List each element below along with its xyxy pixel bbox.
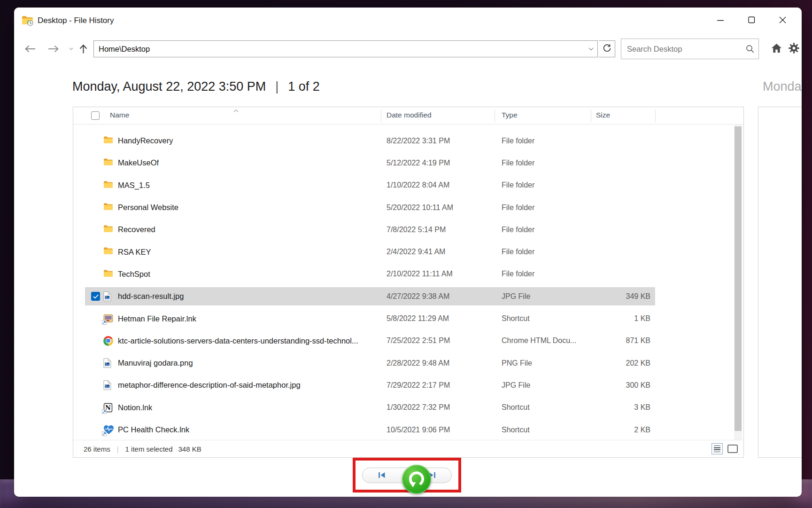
table-row[interactable]: Hetman File Repair.lnk 5/8/2022 11:29 AM…	[73, 307, 743, 329]
title-bar[interactable]: Desktop - File History	[14, 8, 802, 34]
details-view-button[interactable]	[711, 443, 723, 454]
file-type: File folder	[502, 241, 534, 263]
folder-icon	[103, 180, 114, 191]
table-row[interactable]: N Notion.lnk 1/30/2022 7:32 PM Shortcut …	[73, 397, 743, 419]
next-snapshot-panel-peek	[758, 107, 802, 458]
column-header-type[interactable]: Type	[502, 111, 518, 119]
file-size: 1 KB	[571, 307, 650, 329]
table-row[interactable]: TechSpot 2/10/2022 11:11 AM File folder	[73, 263, 743, 285]
file-size	[571, 241, 650, 263]
select-all-checkbox[interactable]	[91, 111, 100, 120]
address-bar[interactable]	[93, 40, 598, 57]
sort-ascending-caret-icon	[233, 106, 239, 114]
file-size	[571, 130, 650, 152]
back-button[interactable]	[23, 37, 38, 61]
previous-version-button[interactable]	[365, 468, 398, 484]
row-checkbox[interactable]	[91, 292, 100, 301]
vertical-scrollbar[interactable]	[734, 125, 742, 440]
folder-icon	[103, 136, 114, 146]
search-box[interactable]	[621, 39, 759, 59]
address-input[interactable]	[94, 45, 584, 54]
file-name: ktc-article-solutions-servers-data-cente…	[118, 330, 358, 352]
image-file-icon	[103, 291, 114, 302]
file-date-modified: 1/10/2022 8:04 AM	[387, 174, 449, 196]
table-row[interactable]: MakeUseOf 5/12/2022 4:19 PM File folder	[73, 152, 743, 174]
navigation-bar	[14, 37, 802, 61]
shortcut-arrow-icon	[102, 320, 107, 325]
column-header-date-modified[interactable]: Date modified	[387, 111, 432, 119]
minimize-button[interactable]	[705, 8, 736, 34]
file-name: Personal Website	[118, 196, 178, 219]
file-size	[571, 263, 650, 285]
search-icon[interactable]	[742, 44, 758, 54]
file-size: 202 KB	[571, 352, 650, 374]
thumbnail-view-button[interactable]	[727, 445, 738, 453]
scrollbar-thumb[interactable]	[735, 126, 742, 431]
column-header-name[interactable]: Name	[110, 111, 129, 119]
file-date-modified: 1/30/2022 7:32 PM	[387, 397, 450, 419]
file-date-modified: 2/10/2022 11:11 AM	[387, 263, 453, 285]
up-button[interactable]	[76, 37, 90, 61]
file-size: 871 KB	[571, 330, 650, 352]
file-date-modified: 5/20/2022 10:11 AM	[387, 196, 453, 219]
search-input[interactable]	[621, 45, 742, 54]
table-row[interactable]: Personal Website 5/20/2022 10:11 AM File…	[73, 196, 743, 219]
column-header-row: Name Date modified Type Size	[73, 107, 743, 125]
file-name: HandyRecovery	[118, 130, 173, 152]
file-date-modified: 5/12/2022 4:19 PM	[387, 152, 450, 174]
settings-button[interactable]	[786, 42, 801, 56]
hetman-shortcut-icon	[103, 313, 114, 324]
file-history-window: Desktop - File History	[14, 8, 802, 497]
snapshot-position: 1 of 2	[288, 79, 320, 94]
restore-button[interactable]	[402, 465, 431, 494]
notion-shortcut-icon: N	[103, 403, 114, 413]
file-type: File folder	[502, 130, 534, 152]
column-header-size[interactable]: Size	[596, 111, 610, 119]
table-row[interactable]: PC Health Check.lnk 10/5/2021 9:06 PM Sh…	[73, 419, 743, 441]
table-row[interactable]: ktc-article-solutions-servers-data-cente…	[73, 330, 743, 352]
image-file-icon	[103, 358, 114, 368]
table-row[interactable]: hdd-scan-result.jpg 4/27/2022 9:38 AM JP…	[73, 285, 743, 307]
file-name: Manuviraj godara.png	[118, 352, 193, 374]
image-file-icon	[103, 380, 114, 391]
file-name: hdd-scan-result.jpg	[118, 285, 184, 307]
file-type: File folder	[502, 263, 534, 285]
shortcut-arrow-icon	[102, 409, 107, 414]
file-name: metaphor-difference-description-of-said-…	[118, 374, 301, 396]
restore-controls-pill	[362, 468, 452, 483]
snapshot-header: Monday, August 22, 2022 3:50 PM | 1 of 2	[72, 77, 320, 96]
close-button[interactable]	[767, 8, 798, 34]
restore-icon	[406, 468, 427, 491]
snapshot-date: Monday, August 22, 2022 3:50 PM	[72, 79, 266, 94]
close-icon	[779, 16, 787, 25]
file-type: PNG File	[502, 352, 532, 374]
file-history-app-icon	[22, 15, 34, 26]
file-size: 3 KB	[571, 397, 650, 419]
home-button[interactable]	[769, 42, 783, 55]
folder-icon	[103, 247, 114, 257]
restore-controls-annotation-box	[353, 458, 461, 492]
file-date-modified: 7/25/2022 2:51 PM	[387, 330, 450, 352]
table-row[interactable]: MAS_1.5 1/10/2022 8:04 AM File folder	[73, 174, 743, 196]
file-date-modified: 2/28/2022 9:48 AM	[387, 352, 449, 374]
table-row[interactable]: Recovered 7/8/2022 5:14 PM File folder	[73, 219, 743, 241]
refresh-button[interactable]	[599, 40, 615, 57]
forward-button[interactable]	[46, 37, 61, 61]
file-name: Notion.lnk	[118, 397, 152, 419]
file-type: JPG File	[502, 285, 530, 307]
file-date-modified: 2/4/2022 9:41 AM	[387, 241, 445, 263]
table-row[interactable]: Manuviraj godara.png 2/28/2022 9:48 AM P…	[73, 352, 743, 374]
file-size: 300 KB	[571, 374, 650, 396]
recent-locations-chevron-icon[interactable]	[67, 37, 75, 61]
address-dropdown-chevron-icon[interactable]	[584, 47, 597, 51]
maximize-button[interactable]	[736, 8, 767, 34]
file-name: TechSpot	[118, 263, 150, 285]
window-title: Desktop - File History	[38, 16, 114, 25]
file-date-modified: 7/8/2022 5:14 PM	[387, 219, 446, 241]
table-row[interactable]: HandyRecovery 8/22/2022 3:31 PM File fol…	[73, 130, 743, 152]
folder-icon	[103, 158, 114, 168]
table-row[interactable]: RSA KEY 2/4/2022 9:41 AM File folder	[73, 241, 743, 263]
pc-health-shortcut-icon	[103, 425, 114, 435]
file-size	[571, 219, 650, 241]
table-row[interactable]: metaphor-difference-description-of-said-…	[73, 374, 743, 396]
